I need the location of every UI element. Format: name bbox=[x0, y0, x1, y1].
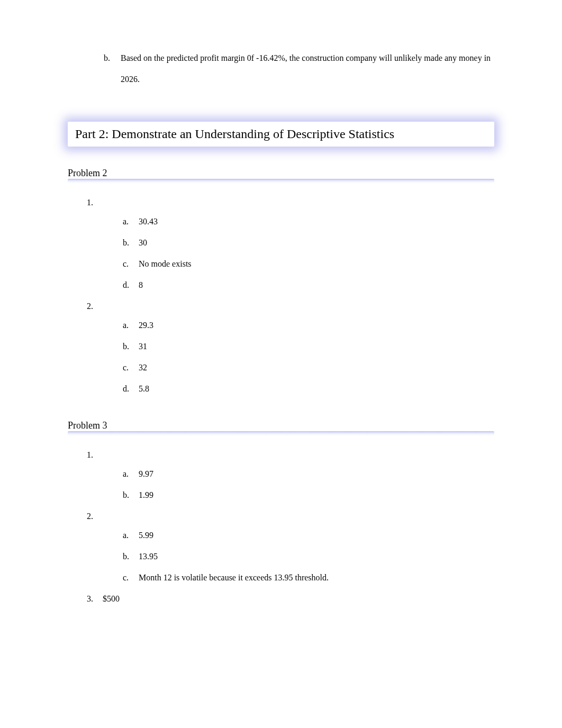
list-text: 5.8 bbox=[139, 384, 494, 394]
list-item: 2. bbox=[87, 512, 494, 521]
list-item: c. 32 bbox=[123, 363, 494, 372]
list-text: 9.97 bbox=[139, 469, 494, 479]
list-item: a. 9.97 bbox=[123, 469, 494, 479]
list-marker: c. bbox=[123, 363, 139, 372]
list-marker: 3. bbox=[87, 594, 103, 604]
list-item: a. 5.99 bbox=[123, 531, 494, 540]
list-text bbox=[103, 302, 494, 311]
list-marker: b. bbox=[123, 490, 139, 500]
list-text: No mode exists bbox=[139, 259, 494, 269]
sub-list: a. 5.99 b. 13.95 c. Month 12 is volatile… bbox=[123, 531, 494, 583]
ordered-list: 1. a. 9.97 b. 1.99 2. a. bbox=[87, 450, 494, 604]
list-marker: d. bbox=[123, 280, 139, 290]
list-text: 31 bbox=[139, 342, 494, 351]
list-marker: b. bbox=[104, 48, 121, 90]
list-text: Based on the predicted profit margin 0f … bbox=[121, 48, 494, 90]
problem-heading: Problem 2 bbox=[68, 168, 494, 182]
list-marker: a. bbox=[123, 217, 139, 226]
list-marker: 1. bbox=[87, 450, 103, 460]
list-text: Month 12 is volatile because it exceeds … bbox=[139, 573, 494, 583]
list-marker: d. bbox=[123, 384, 139, 394]
list-marker: b. bbox=[123, 552, 139, 561]
list-item: c. Month 12 is volatile because it excee… bbox=[123, 573, 494, 583]
list-item: 3. $500 bbox=[87, 594, 494, 604]
list-text: $500 bbox=[103, 594, 494, 604]
list-item: d. 5.8 bbox=[123, 384, 494, 394]
list-item: b. 31 bbox=[123, 342, 494, 351]
list-text: 1.99 bbox=[139, 490, 494, 500]
list-item: c. No mode exists bbox=[123, 259, 494, 269]
list-marker: c. bbox=[123, 259, 139, 269]
problem-heading: Problem 3 bbox=[68, 420, 494, 434]
list-text: 30 bbox=[139, 238, 494, 248]
list-marker: 2. bbox=[87, 302, 103, 311]
sub-list: a. 30.43 b. 30 c. No mode exists d. 8 bbox=[123, 217, 494, 290]
problem-2-section: Problem 2 1. a. 30.43 b. 30 c. No mode e… bbox=[68, 168, 494, 394]
sub-list: a. 29.3 b. 31 c. 32 d. 5.8 bbox=[123, 321, 494, 394]
list-text bbox=[103, 450, 494, 460]
list-item: b. Based on the predicted profit margin … bbox=[104, 48, 494, 90]
intro-sub-item: b. Based on the predicted profit margin … bbox=[104, 48, 494, 90]
list-marker: 2. bbox=[87, 512, 103, 521]
list-text: 32 bbox=[139, 363, 494, 372]
list-text: 13.95 bbox=[139, 552, 494, 561]
list-text: 29.3 bbox=[139, 321, 494, 330]
list-item: 1. bbox=[87, 198, 494, 207]
list-item: 1. bbox=[87, 450, 494, 460]
list-marker: a. bbox=[123, 531, 139, 540]
list-text bbox=[103, 512, 494, 521]
list-text: 5.99 bbox=[139, 531, 494, 540]
problem-3-section: Problem 3 1. a. 9.97 b. 1.99 2. bbox=[68, 420, 494, 604]
list-item: a. 29.3 bbox=[123, 321, 494, 330]
list-item: b. 1.99 bbox=[123, 490, 494, 500]
list-marker: b. bbox=[123, 342, 139, 351]
list-item: 2. bbox=[87, 302, 494, 311]
page-content: b. Based on the predicted profit margin … bbox=[0, 0, 562, 651]
list-marker: a. bbox=[123, 321, 139, 330]
list-marker: 1. bbox=[87, 198, 103, 207]
part-heading: Part 2: Demonstrate an Understanding of … bbox=[68, 122, 494, 147]
list-item: a. 30.43 bbox=[123, 217, 494, 226]
ordered-list: 1. a. 30.43 b. 30 c. No mode exists d. bbox=[87, 198, 494, 394]
list-text: 8 bbox=[139, 280, 494, 290]
list-item: b. 13.95 bbox=[123, 552, 494, 561]
list-text bbox=[103, 198, 494, 207]
list-marker: b. bbox=[123, 238, 139, 248]
list-marker: a. bbox=[123, 469, 139, 479]
list-item: b. 30 bbox=[123, 238, 494, 248]
list-item: d. 8 bbox=[123, 280, 494, 290]
list-text: 30.43 bbox=[139, 217, 494, 226]
list-marker: c. bbox=[123, 573, 139, 583]
sub-list: a. 9.97 b. 1.99 bbox=[123, 469, 494, 500]
